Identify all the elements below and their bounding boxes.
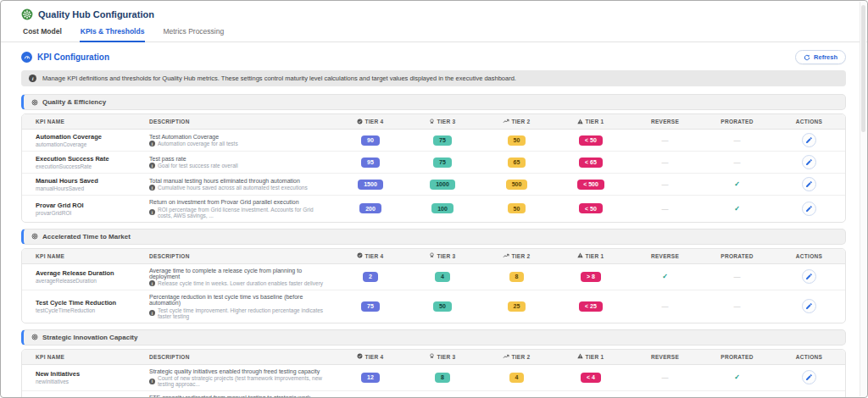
column-header-label: Tier 3 [437, 253, 455, 259]
info-dot-icon: i [149, 310, 155, 316]
tier-cell-tier3: 100 [404, 203, 481, 213]
column-header-label: Tier 2 [511, 253, 530, 259]
warning-icon [577, 119, 583, 125]
tier-cell-tier4: 200 [337, 203, 404, 213]
tier1-threshold-badge: > 8 [581, 272, 601, 282]
edit-kpi-button[interactable] [802, 202, 816, 216]
kpi-configuration-title: KPI Configuration [37, 53, 109, 62]
column-header-label: Actions [796, 119, 822, 124]
actions-cell [773, 299, 845, 313]
kpi-description: Average time to complete a release cycle… [149, 268, 328, 279]
column-header-description: Description [149, 119, 337, 124]
kpi-table: KPI NameDescriptionTier 4Tier 3Tier 2Tie… [21, 248, 846, 323]
column-header-tier-1: Tier 1 [553, 119, 629, 125]
kpi-table: KPI NameDescriptionTier 4Tier 3Tier 2Tie… [21, 349, 846, 398]
column-header-label: Tier 3 [437, 119, 455, 124]
page-title: Quality Hub Configuration [38, 9, 154, 19]
kpi-note-text: Test cycle time improvement. Higher redu… [158, 307, 328, 319]
info-dot-icon: i [149, 163, 155, 169]
edit-kpi-button[interactable] [802, 269, 816, 284]
check-icon: ✓ [734, 373, 740, 381]
tier4-threshold-badge: 1500 [358, 180, 383, 190]
tier1-threshold-badge: < 50 [579, 203, 603, 213]
edit-kpi-button[interactable] [802, 299, 816, 313]
kpi-description-cell: Percentage reduction in test cycle time … [149, 294, 337, 319]
column-header-actions: Actions [773, 119, 845, 124]
trending-up-icon [503, 353, 509, 361]
tier4-threshold-badge: 95 [361, 158, 380, 168]
target-icon [31, 334, 38, 340]
scrollbar[interactable] [860, 2, 866, 396]
warning-icon [577, 252, 583, 259]
dash-icon: — [662, 302, 669, 310]
tier3-threshold-badge: 1000 [430, 180, 455, 190]
dash-icon: — [662, 136, 669, 144]
kpi-name-cell: Test Cycle Time ReductiontestCycleTimeRe… [22, 299, 149, 313]
kpi-description: Test pass rate [149, 156, 328, 162]
kpi-name: Manual Hours Saved [36, 177, 149, 185]
kpi-row-team-capacity-freed: Team Capacity FreedteamCapacityFreedFTE … [22, 391, 845, 398]
kpi-name-cell: New InitiativesnewInitiatives [22, 370, 149, 384]
column-header-label: Reverse [651, 119, 679, 124]
kpi-key: automationCoverage [36, 141, 149, 147]
kpi-description: Percentage reduction in test cycle time … [149, 294, 328, 306]
main-content: KPI Configuration Refresh i Manage KPI d… [1, 42, 860, 398]
prorated-cell: — [701, 273, 773, 280]
tier-cell-tier3: 4 [404, 272, 481, 282]
dash-icon: — [734, 158, 741, 166]
column-header-reverse: Reverse [629, 354, 701, 360]
kpi-description-note: iROI percentage from Grid license invest… [149, 207, 328, 218]
check-circle-icon [357, 252, 363, 259]
tier3-threshold-badge: 100 [431, 203, 453, 213]
check-icon: ✓ [734, 180, 740, 188]
kpi-row-provar-grid-roi: Provar Grid ROIprovarGridROIReturn on in… [22, 196, 845, 222]
kpi-name-cell: Provar Grid ROIprovarGridROI [22, 202, 149, 216]
kpi-description-cell: Average time to complete a release cycle… [149, 268, 337, 287]
tier4-threshold-badge: 12 [361, 373, 380, 383]
prorated-cell: ✓ [701, 180, 773, 188]
tab-cost-model[interactable]: Cost Model [22, 25, 63, 41]
scrollbar-thumb[interactable] [861, 5, 865, 132]
tier4-threshold-badge: 2 [363, 272, 378, 282]
kpi-name: New Initiatives [36, 370, 149, 378]
section-header-strategic-innovation-capacity: Strategic Innovation Capacity [21, 329, 846, 345]
tab-kpis-thresholds[interactable]: KPIs & Thresholds [80, 25, 146, 42]
column-header-label: Tier 2 [511, 119, 530, 124]
column-header-label: Prorated [721, 253, 753, 259]
column-header-label: Reverse [651, 354, 679, 360]
edit-kpi-button[interactable] [802, 177, 816, 191]
actions-cell [773, 370, 845, 384]
tier-cell-tier4: 2 [337, 272, 404, 282]
kpi-description-cell: Return on investment from Provar Grid pa… [149, 199, 337, 218]
column-header-label: Tier 1 [585, 253, 604, 259]
column-header-tier-3: Tier 3 [404, 119, 481, 125]
dash-icon: — [734, 273, 741, 280]
edit-kpi-button[interactable] [802, 370, 816, 384]
kpi-row-execution-success-rate: Execution Success RateexecutionSuccessRa… [22, 152, 845, 174]
edit-kpi-button[interactable] [802, 155, 816, 169]
edit-kpi-button[interactable] [802, 133, 816, 147]
tab-metrics-processing[interactable]: Metrics Processing [162, 25, 225, 41]
refresh-icon [804, 54, 810, 61]
kpi-description-cell: FTE capacity redirected from manual test… [149, 395, 337, 398]
column-header-tier-3: Tier 3 [404, 353, 481, 360]
column-header-label: Description [149, 354, 190, 360]
tier-cell-tier1: < 50 [553, 135, 629, 146]
column-header-label: Actions [796, 253, 822, 259]
info-banner: i Manage KPI definitions and thresholds … [21, 70, 846, 86]
table-header-row: KPI NameDescriptionTier 4Tier 3Tier 2Tie… [22, 350, 845, 365]
tier1-threshold-badge: < 500 [577, 180, 604, 190]
info-dot-icon: i [149, 141, 155, 146]
tier-cell-tier4: 95 [337, 158, 404, 168]
actions-cell [773, 202, 845, 216]
reverse-cell: — [629, 373, 701, 381]
tier4-threshold-badge: 90 [361, 135, 380, 146]
column-header-tier-4: Tier 4 [337, 119, 404, 125]
kpi-config-icon [21, 52, 32, 63]
info-dot-icon: i [149, 280, 155, 286]
column-header-label: Reverse [651, 253, 679, 259]
tier-cell-tier3: 75 [404, 158, 481, 168]
tier3-threshold-badge: 8 [435, 373, 450, 383]
tier-cell-tier2: 25 [481, 301, 553, 312]
refresh-button[interactable]: Refresh [795, 50, 846, 64]
